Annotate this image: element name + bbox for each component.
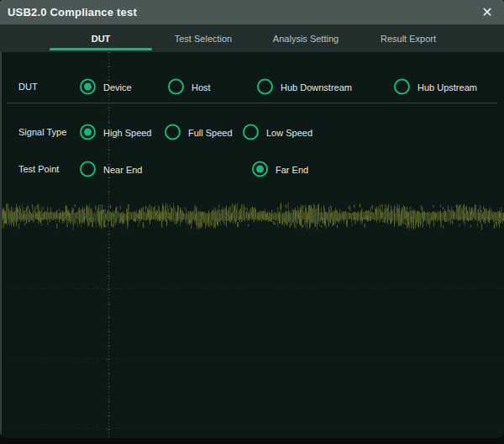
radio-label: Hub Downstream <box>281 82 352 92</box>
radio-icon <box>80 79 96 95</box>
radio-label: High Speed <box>103 127 152 137</box>
signal-type-row-label: Signal Type <box>18 127 66 137</box>
tab-result-export[interactable]: Result Export <box>357 24 459 52</box>
radio-label: Far End <box>276 164 308 174</box>
radio-icon <box>257 79 273 95</box>
graticule-axis-ticks <box>107 52 111 438</box>
radio-option-high-speed[interactable]: High Speed <box>80 124 152 140</box>
radio-icon <box>168 79 184 95</box>
radio-icon <box>394 79 410 95</box>
dut-row-label: DUT <box>18 82 38 92</box>
tab-dut[interactable]: DUT <box>50 24 152 52</box>
test-point-row: Test Point Near End Far End <box>0 161 504 177</box>
radio-icon <box>243 124 259 140</box>
radio-icon <box>80 161 96 177</box>
radio-label: Host <box>192 82 211 92</box>
graticule-hline <box>0 428 504 429</box>
radio-option-host[interactable]: Host <box>168 79 211 95</box>
radio-option-full-speed[interactable]: Full Speed <box>165 124 233 140</box>
tab-test-selection[interactable]: Test Selection <box>152 24 255 52</box>
graticule-hline <box>0 358 504 359</box>
usb-compliance-dialog: USB2.0 Compliance test ✕ DUT Test Select… <box>0 0 504 438</box>
tab-bar: DUT Test Selection Analysis Setting Resu… <box>0 24 504 52</box>
signal-type-row: Signal Type High Speed Full Speed Low Sp… <box>0 124 504 140</box>
tab-analysis-setting[interactable]: Analysis Setting <box>255 24 357 52</box>
radio-option-hub-upstream[interactable]: Hub Upstream <box>394 79 477 95</box>
radio-option-near-end[interactable]: Near End <box>80 161 142 177</box>
radio-label: Device <box>103 82 132 92</box>
radio-option-far-end[interactable]: Far End <box>252 161 308 177</box>
dialog-left-border <box>0 52 2 438</box>
title-bar: USB2.0 Compliance test ✕ <box>0 0 504 25</box>
radio-icon <box>252 161 268 177</box>
close-icon[interactable]: ✕ <box>474 0 501 24</box>
radio-label: Hub Upstream <box>417 82 477 92</box>
dut-row: DUT Device Host Hub Downstream Hub Upstr… <box>0 78 504 95</box>
test-point-row-label: Test Point <box>18 164 59 174</box>
radio-label: Full Speed <box>188 127 233 137</box>
radio-option-low-speed[interactable]: Low Speed <box>243 124 312 140</box>
radio-label: Near End <box>103 164 142 174</box>
dialog-title: USB2.0 Compliance test <box>8 0 137 24</box>
radio-label: Low Speed <box>266 127 312 137</box>
radio-option-hub-downstream[interactable]: Hub Downstream <box>257 79 352 95</box>
radio-icon <box>165 124 181 140</box>
graticule-hline <box>0 288 504 289</box>
radio-icon <box>80 124 96 140</box>
section-divider <box>7 103 497 103</box>
radio-option-device[interactable]: Device <box>80 79 132 95</box>
waveform-trace <box>0 195 504 237</box>
